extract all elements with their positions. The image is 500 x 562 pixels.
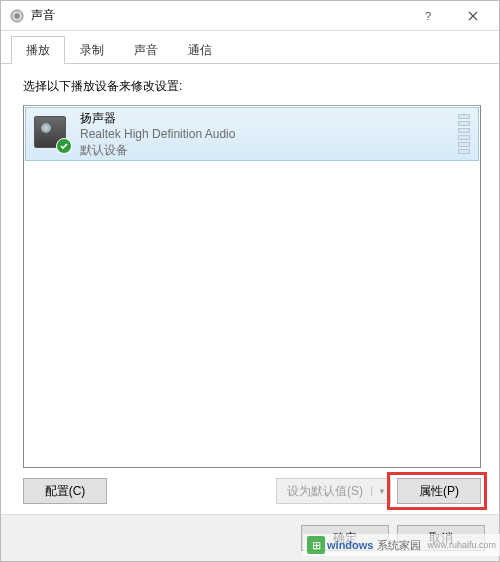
- sound-icon: [9, 8, 25, 24]
- svg-point-1: [15, 13, 20, 18]
- device-description: Realtek High Definition Audio: [80, 127, 452, 143]
- meter-bar: [458, 128, 470, 133]
- tab-communications[interactable]: 通信: [173, 36, 227, 64]
- svg-text:?: ?: [425, 11, 431, 21]
- device-list[interactable]: 扬声器 Realtek High Definition Audio 默认设备: [23, 105, 481, 468]
- watermark-suffix: 系统家园: [377, 538, 421, 553]
- button-label: 配置(C): [45, 483, 86, 500]
- watermark-brand: windows: [327, 539, 373, 551]
- device-text: 扬声器 Realtek High Definition Audio 默认设备: [80, 110, 452, 158]
- chevron-down-icon: ▼: [371, 487, 386, 496]
- device-name: 扬声器: [80, 110, 452, 127]
- tab-label: 播放: [26, 43, 50, 57]
- instruction-text: 选择以下播放设备来修改设置:: [23, 78, 481, 95]
- meter-bar: [458, 149, 470, 154]
- action-buttons: 配置(C) 设为默认值(S) ▼ 属性(P): [23, 478, 481, 504]
- set-default-button: 设为默认值(S) ▼: [276, 478, 391, 504]
- tab-sounds[interactable]: 声音: [119, 36, 173, 64]
- watermark: ⊞ windows 系统家园 www.ruhaifu.com: [303, 534, 500, 556]
- meter-bar: [458, 121, 470, 126]
- close-button[interactable]: [450, 2, 495, 30]
- default-check-icon: [56, 138, 72, 154]
- tab-recording[interactable]: 录制: [65, 36, 119, 64]
- level-meter: [458, 114, 470, 154]
- meter-bar: [458, 135, 470, 140]
- watermark-url: www.ruhaifu.com: [427, 540, 496, 550]
- window-controls: ?: [405, 2, 495, 30]
- button-label: 设为默认值(S): [287, 483, 363, 500]
- tab-label: 录制: [80, 43, 104, 57]
- tab-label: 通信: [188, 43, 212, 57]
- meter-bar: [458, 114, 470, 119]
- spacer: [113, 478, 270, 504]
- help-button[interactable]: ?: [405, 2, 450, 30]
- flag-icon: ⊞: [307, 536, 325, 554]
- tab-label: 声音: [134, 43, 158, 57]
- sound-dialog: 声音 ? 播放 录制 声音 通信 选择以下播放设备来修改设置:: [0, 0, 500, 562]
- titlebar: 声音 ?: [1, 1, 499, 31]
- tab-strip: 播放 录制 声音 通信: [1, 31, 499, 64]
- highlight-annotation: [387, 472, 487, 510]
- meter-bar: [458, 142, 470, 147]
- device-icon-wrap: [34, 116, 70, 152]
- tab-content: 选择以下播放设备来修改设置: 扬声器 Realtek High Definiti…: [1, 64, 499, 514]
- window-title: 声音: [31, 7, 405, 24]
- configure-button[interactable]: 配置(C): [23, 478, 107, 504]
- device-item-speakers[interactable]: 扬声器 Realtek High Definition Audio 默认设备: [25, 107, 479, 161]
- tab-playback[interactable]: 播放: [11, 36, 65, 64]
- device-status: 默认设备: [80, 143, 452, 159]
